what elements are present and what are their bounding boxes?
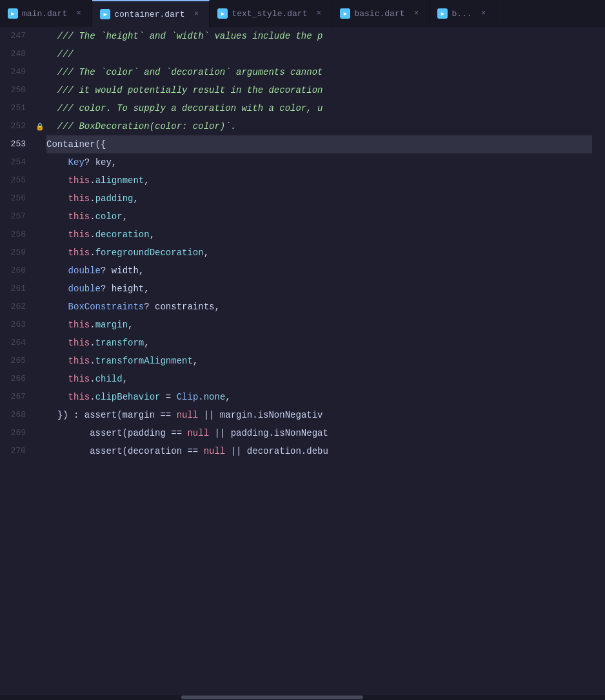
- token: [46, 298, 68, 316]
- token: || padding.isNonNegat: [209, 424, 328, 442]
- token: ? key,: [84, 153, 117, 171]
- token: .: [90, 316, 95, 334]
- code-area: 2472482492502512522532542552562572582592…: [0, 27, 605, 695]
- line-number: 263: [5, 316, 26, 334]
- token: [46, 370, 68, 388]
- token: /// The `color` and `decoration` argumen…: [46, 63, 322, 81]
- gutter-cell: [34, 406, 46, 424]
- code-line: /// The `height` and `width` values incl…: [46, 27, 592, 45]
- line-number: 251: [5, 99, 26, 117]
- token: .: [90, 334, 95, 352]
- tab-close-button[interactable]: ×: [313, 8, 324, 19]
- token: [46, 316, 68, 334]
- line-number: 256: [5, 190, 26, 208]
- token: padding: [95, 190, 134, 208]
- gutter-cell: [34, 45, 46, 63]
- token: Key: [68, 153, 84, 171]
- code-line: this.clipBehavior = Clip.none,: [46, 388, 592, 406]
- token: this: [68, 334, 90, 352]
- token: alignment: [95, 171, 144, 190]
- token: clipBehavior: [95, 388, 161, 406]
- line-number: 248: [5, 45, 26, 63]
- gutter-cell: [34, 153, 46, 171]
- token: ,: [144, 171, 149, 190]
- gutter-cell: [34, 442, 46, 460]
- code-line: /// it would potentially result in the d…: [46, 81, 592, 99]
- tab-close-button[interactable]: ×: [191, 9, 201, 19]
- tab-label: container.dart: [114, 10, 184, 19]
- gutter-cell: [34, 99, 46, 117]
- token: [46, 334, 68, 352]
- token: color: [95, 208, 123, 226]
- token: [46, 280, 68, 298]
- tab-text_style-dart[interactable]: ▶text_style.dart×: [210, 0, 332, 27]
- token: foregroundDecoration: [95, 244, 204, 262]
- tab-label: basic.dart: [354, 9, 404, 19]
- tab-basic-dart[interactable]: ▶basic.dart×: [332, 0, 430, 27]
- token: this: [68, 244, 90, 262]
- token: transform: [95, 334, 144, 352]
- token: ///: [46, 45, 74, 63]
- gutter-cell: [34, 190, 46, 208]
- dart-icon: ▶: [8, 8, 18, 19]
- line-number: 252: [5, 117, 26, 135]
- code-line: this.transform,: [46, 334, 592, 352]
- token: double: [68, 262, 101, 280]
- gutter-cell: [34, 370, 46, 388]
- tab-b-..[interactable]: ▶b...×: [430, 0, 497, 27]
- scrollbar-thumb[interactable]: [181, 695, 362, 699]
- line-number: 268: [5, 406, 26, 424]
- token: ,: [204, 244, 209, 262]
- tab-label: main.dart: [22, 9, 67, 19]
- token: [46, 226, 68, 244]
- line-numbers: 2472482492502512522532542552562572582592…: [0, 27, 34, 695]
- line-number: 259: [5, 244, 26, 262]
- code-line: /// The `color` and `decoration` argumen…: [46, 63, 592, 81]
- token: [46, 171, 68, 190]
- line-number: 253: [5, 135, 26, 153]
- token: .: [90, 352, 95, 370]
- horizontal-scrollbar[interactable]: [0, 695, 605, 700]
- line-number: 255: [5, 171, 26, 190]
- token: ,: [123, 208, 128, 226]
- code-line: this.padding,: [46, 190, 592, 208]
- gutter-cell: [34, 280, 46, 298]
- line-number: 261: [5, 280, 26, 298]
- token: .: [90, 226, 95, 244]
- tab-close-button[interactable]: ×: [74, 8, 84, 19]
- token: ,: [144, 334, 149, 352]
- token: .: [90, 190, 95, 208]
- code-line: double? height,: [46, 280, 592, 298]
- token: assert(padding ==: [46, 424, 187, 442]
- gutter-cell: [34, 334, 46, 352]
- token: ? constraints,: [144, 298, 220, 316]
- token: .: [198, 388, 203, 406]
- code-line: this.color,: [46, 208, 592, 226]
- tab-close-button[interactable]: ×: [411, 8, 421, 19]
- line-number: 257: [5, 208, 26, 226]
- gutter-cell: [34, 81, 46, 99]
- token: [46, 208, 68, 226]
- token: child: [95, 370, 123, 388]
- tab-close-button[interactable]: ×: [479, 8, 489, 19]
- token: .: [90, 370, 95, 388]
- token: double: [68, 280, 101, 298]
- tab-bar: ▶main.dart×▶container.dart×▶text_style.d…: [0, 0, 605, 27]
- token: [46, 190, 68, 208]
- token: ,: [225, 388, 230, 406]
- gutter-cell: [34, 424, 46, 442]
- line-number: 258: [5, 226, 26, 244]
- tab-main-dart[interactable]: ▶main.dart×: [0, 0, 92, 27]
- line-number: 250: [5, 81, 26, 99]
- line-number: 264: [5, 334, 26, 352]
- tab-container-dart[interactable]: ▶container.dart×: [92, 0, 210, 27]
- token: this: [68, 208, 90, 226]
- gutter-cell: [34, 352, 46, 370]
- token: [46, 153, 68, 171]
- token: decoration: [95, 226, 150, 244]
- token: this: [68, 388, 90, 406]
- line-number: 265: [5, 352, 26, 370]
- code-lines[interactable]: /// The `height` and `width` values incl…: [46, 27, 605, 695]
- token: ,: [193, 352, 198, 370]
- token: .: [90, 244, 95, 262]
